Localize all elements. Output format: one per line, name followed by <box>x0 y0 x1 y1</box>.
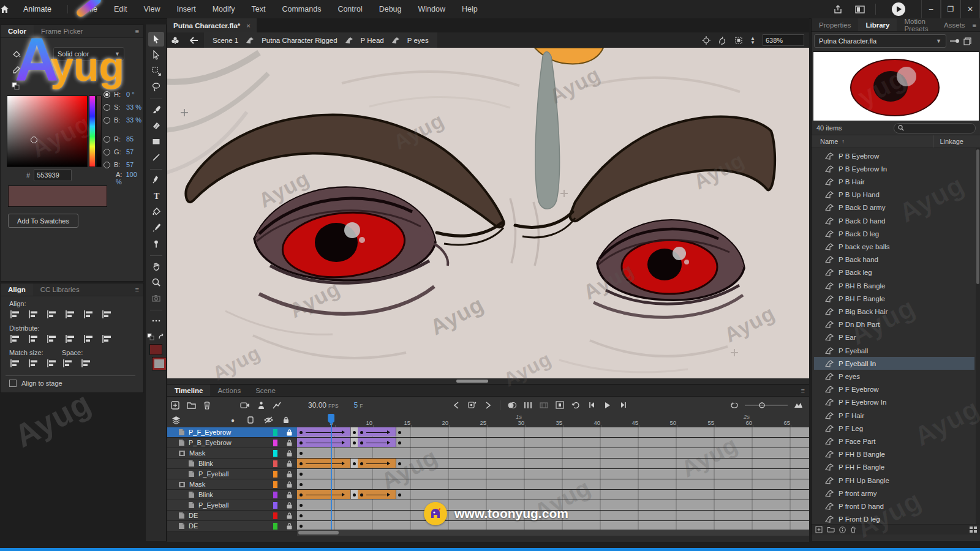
match-width-icon[interactable] <box>9 358 21 368</box>
layer-outline-color[interactable] <box>273 502 277 509</box>
edit-multiple-frames-icon[interactable] <box>536 402 552 409</box>
menu-edit[interactable]: Edit <box>114 5 127 13</box>
new-symbol-icon[interactable] <box>815 526 823 533</box>
free-transform-tool-icon[interactable] <box>148 64 164 78</box>
zoom-stepper-icon[interactable]: ▲▼ <box>750 36 755 45</box>
sort-arrow-icon[interactable]: ↑ <box>842 138 845 144</box>
color-value[interactable]: 0 ° <box>126 91 135 98</box>
layer-parenting-icon[interactable] <box>253 401 269 410</box>
insert-keyframe-icon[interactable] <box>464 401 480 409</box>
layer-row-p_f_eyebrow[interactable]: P_F_Eyebrow <box>167 427 297 438</box>
document-tab[interactable]: Putna Character.fla* × <box>167 18 257 32</box>
layer-row-mask[interactable]: Mask <box>167 448 297 459</box>
tab-frame-picker[interactable]: Frame Picker <box>34 25 90 37</box>
lock-icon[interactable] <box>287 460 292 467</box>
new-layer-icon[interactable] <box>167 401 183 410</box>
item-properties-icon[interactable] <box>839 527 846 533</box>
lock-icon[interactable] <box>287 492 292 498</box>
layer-row-de[interactable]: DE <box>167 521 297 531</box>
color-panel-menu-icon[interactable]: ≡ <box>135 28 140 35</box>
menu-control[interactable]: Control <box>337 5 362 13</box>
layer-outline-color[interactable] <box>273 512 277 519</box>
layer-outline-color[interactable] <box>273 523 277 530</box>
lock-icon[interactable] <box>287 450 292 457</box>
frame-row-p_b_eyebrow[interactable] <box>297 438 809 448</box>
new-folder-icon[interactable] <box>827 527 835 533</box>
line-tool-icon[interactable] <box>148 150 164 165</box>
library-scroll-thumb[interactable] <box>976 149 979 284</box>
eyedropper-tool-icon[interactable] <box>148 220 164 235</box>
camera-tool-icon[interactable] <box>148 291 164 305</box>
layer-outline-color[interactable] <box>273 450 277 457</box>
timeline-zoom-slider[interactable] <box>745 402 788 409</box>
breadcrumb-item-1[interactable]: Putna Character Rigged <box>262 37 337 44</box>
tab-cc-libraries[interactable]: CC Libraries <box>33 283 87 296</box>
layer-outline-color[interactable] <box>273 429 277 436</box>
tab-align[interactable]: Align <box>1 283 33 296</box>
library-item-p-f-eyebrow[interactable]: P F Eyebrow <box>814 383 974 396</box>
library-item-p-b-eyebrow-in[interactable]: P B Eyebrow In <box>814 162 974 175</box>
edit-scene-icon[interactable] <box>167 36 183 45</box>
default-colors-icon[interactable] <box>147 333 154 340</box>
layer-outline-color[interactable] <box>273 471 277 478</box>
test-movie-play-button[interactable] <box>892 2 905 16</box>
layer-outline-color[interactable] <box>273 492 277 498</box>
home-icon[interactable] <box>0 5 18 13</box>
layer-outline-color[interactable] <box>273 460 277 467</box>
library-item-p-f-hair[interactable]: P F Hair <box>814 409 974 422</box>
workspace-icon[interactable] <box>853 4 867 15</box>
color-type-dropdown[interactable]: Solid color▼ <box>53 47 124 61</box>
distribute-middle-icon[interactable] <box>28 334 40 343</box>
library-item-p-back-leg[interactable]: P Back leg <box>814 266 974 279</box>
onion-skin-icon[interactable] <box>504 402 520 409</box>
frame-row-p_eyeball[interactable] <box>297 469 809 479</box>
color-value[interactable]: 33 % <box>126 116 141 124</box>
layer-row-de[interactable]: DE <box>167 511 297 521</box>
timeline-panel-menu-icon[interactable]: ≡ <box>801 387 805 394</box>
new-folder-icon[interactable] <box>183 402 199 409</box>
library-item-p-big-back-hair[interactable]: P Big Back Hair <box>814 305 974 318</box>
menu-insert[interactable]: Insert <box>176 5 195 13</box>
clip-content-icon[interactable] <box>734 36 743 45</box>
frame-row-p_f_eyebrow[interactable] <box>297 427 809 438</box>
match-width-height-icon[interactable] <box>46 358 58 368</box>
menu-window[interactable]: Window <box>418 5 445 13</box>
selection-tool-icon[interactable] <box>148 32 164 47</box>
next-keyframe-icon[interactable] <box>480 402 496 409</box>
distribute-right-icon[interactable] <box>101 334 113 343</box>
tab-motion-presets[interactable]: Motion Presets <box>897 18 937 31</box>
frame-row-blink[interactable] <box>297 490 809 500</box>
eraser-tool-icon[interactable] <box>148 118 164 133</box>
color-radio[interactable] <box>104 149 110 156</box>
add-to-swatches-button[interactable]: Add To Swatches <box>8 214 78 228</box>
layer-row-blink[interactable]: Blink <box>167 459 297 469</box>
fps-value[interactable]: 30.00 <box>308 401 326 410</box>
hex-input[interactable] <box>34 169 72 181</box>
lock-icon[interactable] <box>287 440 292 446</box>
layer-row-p_eyeball[interactable]: P_Eyeball <box>167 500 297 511</box>
tab-timeline[interactable]: Timeline <box>167 384 210 396</box>
lock-icon[interactable] <box>287 523 292 530</box>
space-horizontal-icon[interactable] <box>80 358 92 368</box>
color-radio[interactable] <box>104 117 110 124</box>
new-library-panel-icon[interactable] <box>963 37 971 45</box>
align-middle-vertical-icon[interactable] <box>83 309 95 319</box>
layer-outline-color[interactable] <box>273 481 277 488</box>
library-item-p-back-d-hand[interactable]: P Back D hand <box>814 214 974 227</box>
reset-timeline-zoom-icon[interactable] <box>731 402 739 409</box>
menu-view[interactable]: View <box>144 5 160 13</box>
timeline-scroll-thumb[interactable] <box>298 531 339 534</box>
saturation-brightness-box[interactable] <box>7 96 88 167</box>
asset-warp-tool-icon[interactable] <box>148 236 164 251</box>
library-item-p-f-leg[interactable]: P F Leg <box>814 422 974 435</box>
library-scrollbar[interactable] <box>976 148 980 524</box>
canvas-scroll-thumb[interactable] <box>456 380 488 383</box>
swap-colors-icon[interactable] <box>158 333 165 340</box>
previous-keyframe-icon[interactable] <box>448 402 464 409</box>
library-item-p-fh-f-bangle[interactable]: P FH F Bangle <box>814 461 974 474</box>
layer-row-blink[interactable]: Blink <box>167 490 297 500</box>
step-back-icon[interactable] <box>584 402 600 408</box>
column-linkage[interactable]: Linkage <box>933 135 963 148</box>
library-item-p-bh-b-bangle[interactable]: P BH B Bangle <box>814 279 974 292</box>
more-tools-icon[interactable] <box>148 313 164 328</box>
